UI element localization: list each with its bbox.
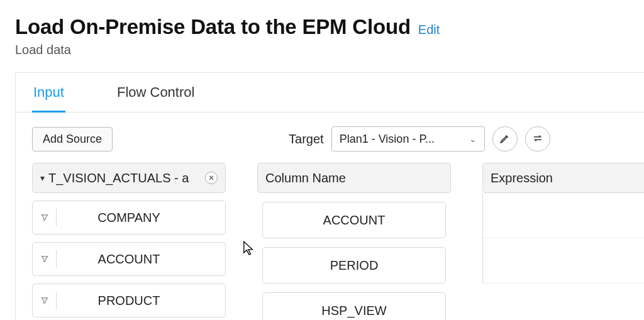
source-field-product[interactable]: PRODUCT <box>32 284 226 317</box>
content-area: ▾ T_VISION_ACTUALS - a ✕ COMPANY <box>16 163 644 320</box>
expression-column: Expression <box>482 163 644 320</box>
source-field-label: COMPANY <box>33 211 225 225</box>
edit-link[interactable]: Edit <box>418 23 440 37</box>
target-column-account[interactable]: ACCOUNT <box>262 202 446 238</box>
source-field-account[interactable]: ACCOUNT <box>32 242 226 276</box>
swap-button[interactable] <box>525 126 550 152</box>
source-field-label: PRODUCT <box>33 294 225 308</box>
expression-row[interactable] <box>483 247 644 284</box>
column-name-header: Column Name <box>257 163 451 193</box>
toolbar: Add Source Target Plan1 - Vision - P... … <box>16 113 644 163</box>
source-column: ▾ T_VISION_ACTUALS - a ✕ COMPANY <box>32 163 226 320</box>
tabs: Input Flow Control <box>16 73 644 113</box>
tab-input[interactable]: Input <box>32 73 65 113</box>
source-header: ▾ T_VISION_ACTUALS - a ✕ <box>32 163 226 193</box>
edit-target-button[interactable] <box>492 126 518 152</box>
source-name: T_VISION_ACTUALS - a <box>48 171 189 185</box>
pencil-icon <box>499 133 511 146</box>
main-panel: Input Flow Control Add Source Target Pla… <box>15 72 644 320</box>
add-source-button[interactable]: Add Source <box>32 127 113 152</box>
column-name-column: Column Name ACCOUNT PERIOD HSP_VIEW <box>257 163 451 320</box>
page-header: Load On-Premise Data to the EPM Cloud Ed… <box>0 0 644 62</box>
remove-source-button[interactable]: ✕ <box>205 172 218 184</box>
expression-header: Expression <box>482 163 644 193</box>
source-field-label: ACCOUNT <box>33 252 225 267</box>
expression-row[interactable] <box>483 202 644 238</box>
target-column-hsp-view[interactable]: HSP_VIEW <box>262 292 446 320</box>
target-column-period[interactable]: PERIOD <box>262 247 446 284</box>
caret-down-icon[interactable]: ▾ <box>40 173 45 183</box>
target-select[interactable]: Plan1 - Vision - P... ⌄ <box>331 126 485 152</box>
page-title: Load On-Premise Data to the EPM Cloud <box>15 15 411 39</box>
page-subtitle: Load data <box>15 43 629 57</box>
source-field-company[interactable]: COMPANY <box>32 201 226 234</box>
target-label: Target <box>289 132 324 146</box>
chevron-down-icon: ⌄ <box>469 134 477 144</box>
tab-flow-control[interactable]: Flow Control <box>116 73 196 113</box>
swap-icon <box>532 133 543 146</box>
close-icon: ✕ <box>208 174 214 182</box>
target-select-value: Plan1 - Vision - P... <box>340 133 435 146</box>
